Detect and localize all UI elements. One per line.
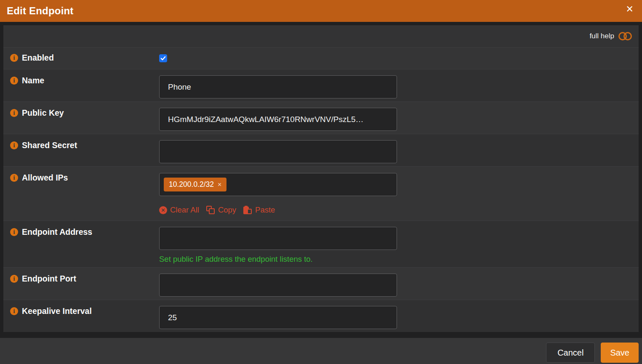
allowed-ips-input[interactable]: 10.200.0.2/32 ×	[159, 173, 397, 196]
form-row-shared-secret: i Shared Secret	[3, 134, 639, 166]
form-row-endpoint-port: i Endpoint Port	[3, 267, 639, 300]
clear-all-label: Clear All	[170, 205, 199, 215]
field-label-allowed-ips: Allowed IPs	[22, 173, 68, 183]
dialog-footer: Cancel Save	[0, 338, 642, 364]
copy-label: Copy	[218, 205, 236, 215]
info-icon[interactable]: i	[10, 109, 18, 117]
field-label-name: Name	[22, 75, 44, 85]
field-label-public-key: Public Key	[22, 108, 64, 118]
field-label-endpoint-address: Endpoint Address	[22, 227, 92, 237]
info-icon[interactable]: i	[10, 54, 18, 62]
dialog-title: Edit Endpoint	[7, 5, 74, 17]
name-input[interactable]	[159, 75, 397, 98]
token-text: 10.200.0.2/32	[169, 180, 214, 189]
keepalive-interval-input[interactable]	[159, 306, 397, 329]
times-circle-icon: ✕	[159, 206, 167, 214]
info-icon[interactable]: i	[10, 174, 18, 182]
field-label-keepalive-interval: Keepalive Interval	[22, 306, 92, 316]
full-help-label: full help	[589, 32, 614, 40]
paste-icon	[243, 206, 252, 215]
info-icon[interactable]: i	[10, 77, 18, 85]
dialog-body: full help i Enabled i Name i	[3, 25, 639, 332]
copy-button[interactable]: Copy	[206, 205, 236, 215]
save-button[interactable]: Save	[601, 343, 639, 363]
allowed-ip-token[interactable]: 10.200.0.2/32 ×	[164, 178, 226, 191]
full-help-row: full help	[3, 25, 639, 47]
field-label-endpoint-port: Endpoint Port	[22, 274, 76, 284]
full-help-toggle-icon[interactable]	[618, 32, 632, 40]
check-icon	[160, 56, 166, 61]
info-icon[interactable]: i	[10, 275, 18, 283]
paste-label: Paste	[255, 205, 275, 215]
endpoint-address-hint: Set public IP address the endpoint liste…	[159, 255, 639, 264]
endpoint-port-input[interactable]	[159, 274, 397, 297]
info-icon[interactable]: i	[10, 141, 18, 149]
info-icon[interactable]: i	[10, 307, 18, 315]
form-row-public-key: i Public Key	[3, 101, 639, 134]
paste-button[interactable]: Paste	[243, 205, 275, 215]
close-icon[interactable]: ✕	[624, 3, 635, 16]
dialog-header: Edit Endpoint ✕	[0, 0, 642, 22]
clear-all-button[interactable]: ✕ Clear All	[159, 205, 199, 215]
form-row-name: i Name	[3, 69, 639, 101]
endpoint-address-input[interactable]	[159, 227, 397, 250]
field-label-enabled: Enabled	[22, 53, 54, 63]
info-icon[interactable]: i	[10, 228, 18, 236]
shared-secret-input[interactable]	[159, 140, 397, 163]
cancel-button[interactable]: Cancel	[546, 343, 595, 363]
enabled-checkbox[interactable]	[159, 54, 167, 62]
form-row-allowed-ips: i Allowed IPs 10.200.0.2/32 × ✕ Clear Al…	[3, 166, 639, 221]
form-row-keepalive-interval: i Keepalive Interval	[3, 300, 639, 332]
form-row-enabled: i Enabled	[3, 47, 639, 69]
public-key-input[interactable]	[159, 108, 397, 131]
field-label-shared-secret: Shared Secret	[22, 140, 77, 150]
copy-icon	[206, 206, 215, 215]
form-row-endpoint-address: i Endpoint Address Set public IP address…	[3, 221, 639, 267]
token-remove-icon[interactable]: ×	[218, 181, 221, 188]
